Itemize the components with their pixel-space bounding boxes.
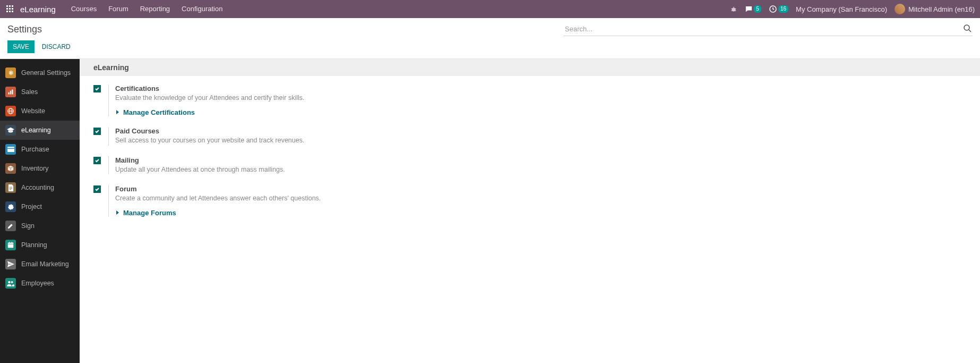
sidebar-item-label: Project [21,203,42,210]
sidebar-item-label: General Settings [21,69,71,77]
sidebar-item-inventory[interactable]: Inventory [0,159,80,178]
activity-badge: 16 [778,5,788,13]
nav-menu-reporting[interactable]: Reporting [134,0,176,18]
sidebar-item-purchase[interactable]: Purchase [0,140,80,159]
header-row: Settings [0,18,980,38]
user-menu[interactable]: Mitchell Admin (en16) [895,4,975,14]
avatar [895,4,905,14]
page-title: Settings [7,24,42,35]
search-input[interactable] [564,22,973,36]
discard-button[interactable]: DISCARD [37,40,76,53]
svg-rect-18 [8,92,10,95]
svg-line-13 [732,11,733,11]
app-brand[interactable]: eLearning [20,5,56,14]
checkbox[interactable] [93,85,101,92]
activity-icon[interactable]: 16 [769,5,788,13]
sidebar-item-label: Sign [21,222,35,230]
sidebar-item-label: eLearning [21,126,51,134]
svg-point-34 [11,281,13,283]
settings-list: CertificationsEvaluate the knowledge of … [80,76,980,236]
setting-desc: Sell access to your courses on your webs… [115,136,966,146]
svg-rect-4 [9,8,11,10]
svg-line-14 [735,11,736,11]
checkbox[interactable] [93,157,101,164]
svg-rect-3 [6,8,8,10]
svg-rect-8 [12,11,13,12]
sidebar-item-project[interactable]: Project [0,197,80,216]
bug-icon[interactable] [730,5,737,13]
sidebar-item-accounting[interactable]: Accounting [0,178,80,197]
svg-point-16 [964,25,969,30]
svg-point-33 [8,281,10,283]
sidebar-item-email-marketing[interactable]: Email Marketing [0,255,80,274]
svg-rect-19 [10,91,11,95]
sidebar-item-elearning[interactable]: eLearning [0,121,80,140]
setting-row: CertificationsEvaluate the knowledge of … [93,85,966,116]
chat-badge: 5 [754,5,761,13]
sidebar-item-label: Email Marketing [21,260,69,268]
body: General SettingsSalesWebsiteeLearningPur… [0,59,980,363]
svg-rect-24 [7,147,14,152]
sidebar-item-planning[interactable]: Planning [0,235,80,255]
globe-icon [5,106,16,116]
send-icon [5,259,16,269]
setting-title: Paid Courses [115,127,966,135]
people-icon [5,278,16,289]
svg-rect-25 [7,148,14,149]
box-icon [5,163,16,174]
sidebar-item-general-settings[interactable]: General Settings [0,63,80,82]
company-selector[interactable]: My Company (San Francisco) [796,5,887,13]
svg-line-11 [732,9,733,9]
sidebar-item-label: Website [21,107,45,115]
nav-menu-configuration[interactable]: Configuration [176,0,228,18]
search-icon[interactable] [963,24,972,32]
nav-menu-courses[interactable]: Courses [65,0,102,18]
sidebar-item-sales[interactable]: Sales [0,82,80,102]
svg-rect-7 [9,11,11,12]
sidebar-item-website[interactable]: Website [0,102,80,121]
search-wrap [564,22,973,36]
svg-rect-31 [9,242,10,243]
save-button[interactable]: SAVE [7,40,35,53]
setting-title: Certifications [115,85,966,92]
checkbox[interactable] [93,128,101,135]
svg-line-17 [969,30,971,32]
svg-rect-29 [8,243,14,248]
gear-icon [5,67,16,78]
checkbox[interactable] [93,185,101,193]
grad-icon [5,125,16,136]
sidebar-item-label: Purchase [21,146,49,153]
top-navbar: eLearning Courses Forum Reporting Config… [0,0,980,18]
setting-desc: Create a community and let Attendees ans… [115,194,966,204]
setting-row: MailingUpdate all your Attendees at once… [93,156,966,175]
setting-title: Mailing [115,156,966,164]
sidebar-item-employees[interactable]: Employees [0,274,80,293]
setting-desc: Update all your Attendees at once throug… [115,165,966,175]
sidebar-item-label: Sales [21,88,38,96]
sidebar-item-label: Accounting [21,184,54,191]
sidebar-item-sign[interactable]: Sign [0,216,80,235]
apps-icon[interactable] [5,4,15,14]
sidebar-item-label: Inventory [21,165,48,172]
svg-rect-27 [9,188,12,188]
svg-point-9 [732,7,736,11]
svg-rect-5 [12,8,13,10]
pen-icon [5,221,16,231]
nav-menu: Courses Forum Reporting Configuration [65,0,229,18]
sub-link-label: Manage Certifications [123,108,195,116]
card-icon [5,144,16,155]
svg-rect-30 [8,244,14,244]
sub-link-label: Manage Forums [123,209,176,217]
puzzle-icon [5,201,16,212]
chart-icon [5,87,16,97]
setting-desc: Evaluate the knowledge of your Attendees… [115,94,966,103]
action-bar: SAVE DISCARD [0,38,980,59]
svg-line-12 [735,9,736,9]
svg-rect-2 [12,5,13,7]
nav-menu-forum[interactable]: Forum [102,0,134,18]
svg-rect-26 [9,187,12,187]
sub-link[interactable]: Manage Forums [115,209,176,217]
sub-link[interactable]: Manage Certifications [115,108,195,116]
svg-rect-0 [6,5,8,7]
chat-icon[interactable]: 5 [745,5,761,13]
